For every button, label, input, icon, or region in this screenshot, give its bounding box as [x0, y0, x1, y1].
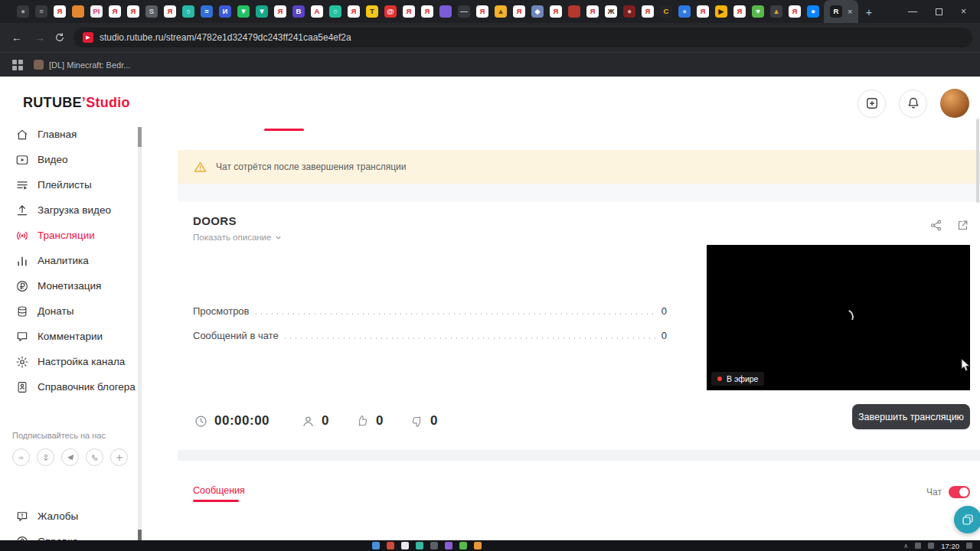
- browser-tab[interactable]: Я: [161, 0, 179, 23]
- chat-toggle[interactable]: [949, 486, 970, 498]
- browser-tab[interactable]: [565, 0, 583, 23]
- taskbar-app-icon[interactable]: [474, 542, 482, 549]
- support-chat-button[interactable]: [954, 506, 980, 533]
- tab-close-icon[interactable]: ×: [848, 8, 852, 16]
- browser-tab[interactable]: S: [142, 0, 161, 23]
- browser-tab[interactable]: Я: [547, 0, 565, 23]
- browser-tab[interactable]: C: [657, 0, 675, 23]
- sidebar-item-blogger-guide[interactable]: Справочник блогера: [0, 374, 138, 399]
- taskbar-app-icon[interactable]: [372, 542, 380, 549]
- browser-tab[interactable]: [436, 0, 455, 23]
- browser-tab[interactable]: ▼: [253, 0, 271, 23]
- notification-icon[interactable]: [966, 543, 972, 549]
- browser-tab[interactable]: A: [308, 0, 326, 23]
- browser-tab[interactable]: Я: [583, 0, 602, 23]
- browser-tab[interactable]: PI: [87, 0, 106, 23]
- browser-tab[interactable]: B: [289, 0, 308, 23]
- browser-tab[interactable]: ●: [14, 0, 32, 23]
- browser-tab[interactable]: Я: [418, 0, 436, 23]
- sidebar-item-donations[interactable]: Донаты: [0, 298, 138, 324]
- browser-tab[interactable]: [69, 0, 87, 23]
- browser-tab[interactable]: T: [363, 0, 381, 23]
- open-in-new-icon[interactable]: [956, 219, 969, 232]
- browser-tab[interactable]: ●: [675, 0, 694, 23]
- create-video-button[interactable]: [858, 90, 886, 118]
- window-close-button[interactable]: ×: [961, 6, 966, 17]
- browser-tab[interactable]: Я: [400, 0, 418, 23]
- end-stream-button[interactable]: Завершить трансляцию: [852, 404, 970, 429]
- browser-tab[interactable]: Я: [106, 0, 124, 23]
- browser-tab[interactable]: ◆: [528, 0, 547, 23]
- share-icon[interactable]: [929, 219, 942, 232]
- browser-tab[interactable]: ●: [804, 0, 822, 23]
- sidebar-item-videos[interactable]: Видео: [0, 147, 138, 172]
- browser-tab[interactable]: ≡: [32, 0, 51, 23]
- vk-icon[interactable]: vk: [12, 448, 30, 466]
- sidebar-item-streams[interactable]: Трансляции: [0, 223, 138, 248]
- browser-tab[interactable]: Я: [639, 0, 657, 23]
- taskbar-app-icon[interactable]: [430, 542, 438, 549]
- sidebar-scrollbar[interactable]: [138, 127, 142, 542]
- tiles-icon[interactable]: [12, 60, 23, 70]
- browser-tab[interactable]: Я: [345, 0, 363, 23]
- browser-tab[interactable]: ♥: [749, 0, 767, 23]
- browser-tab[interactable]: ●: [620, 0, 639, 23]
- browser-tab[interactable]: ▼: [234, 0, 253, 23]
- browser-tab[interactable]: Я: [473, 0, 492, 23]
- browser-tab[interactable]: ▶: [712, 0, 730, 23]
- browser-tab[interactable]: ≡: [198, 0, 216, 23]
- taskbar-app-icon[interactable]: [401, 542, 409, 549]
- back-icon[interactable]: ←: [8, 31, 26, 44]
- forward-icon[interactable]: →: [31, 31, 49, 44]
- tray-caret-icon[interactable]: ∧: [903, 543, 908, 549]
- browser-tab[interactable]: Я: [510, 0, 528, 23]
- browser-tab[interactable]: @: [381, 0, 400, 23]
- browser-tab[interactable]: Я: [124, 0, 142, 23]
- sidebar-item-monetization[interactable]: Монетизация: [0, 273, 138, 298]
- taskbar-clock[interactable]: 17:20: [941, 542, 959, 550]
- browser-tab[interactable]: Ж: [602, 0, 620, 23]
- sidebar-item-upload[interactable]: Загрузка видео: [0, 197, 138, 223]
- taskbar-app-icon[interactable]: [387, 542, 394, 549]
- browser-tab[interactable]: Я: [271, 0, 289, 23]
- browser-tab[interactable]: И: [216, 0, 234, 23]
- taskbar-app-icon[interactable]: [459, 542, 467, 549]
- sidebar-item-comments[interactable]: Комментарии: [0, 324, 138, 349]
- browser-tab[interactable]: —: [455, 0, 473, 23]
- reload-icon[interactable]: [54, 31, 66, 44]
- rutube-studio-logo[interactable]: RUTUBE’Studio: [23, 95, 130, 111]
- sidebar-item-channel-settings[interactable]: Настройка канала: [0, 349, 138, 374]
- sidebar-item-playlists[interactable]: Плейлисты: [0, 172, 138, 197]
- browser-tab[interactable]: ○: [179, 0, 198, 23]
- show-description-toggle[interactable]: Показать описание: [193, 233, 282, 242]
- browser-tab[interactable]: ○: [326, 0, 345, 23]
- page-scrollbar-thumb[interactable]: [976, 119, 979, 203]
- url-bar[interactable]: ▶ studio.rutube.ru/stream/4782e1d32479dc…: [74, 28, 972, 47]
- taskbar-app-icon[interactable]: [416, 542, 423, 549]
- sidebar-item-complaints[interactable]: Жалобы: [0, 504, 145, 529]
- avatar[interactable]: [940, 89, 969, 118]
- ok-icon[interactable]: [37, 448, 54, 466]
- scrollbar-thumb[interactable]: [138, 127, 142, 147]
- tray-icon[interactable]: [915, 543, 921, 549]
- tab-messages[interactable]: Сообщения: [193, 485, 245, 496]
- browser-tab[interactable]: ▲: [492, 0, 510, 23]
- tray-icon[interactable]: [928, 543, 934, 549]
- browser-tab[interactable]: ▲: [767, 0, 786, 23]
- taskbar-app-icon[interactable]: [445, 542, 452, 549]
- new-tab-button[interactable]: +: [858, 5, 879, 18]
- sidebar-item-analytics[interactable]: Аналитика: [0, 248, 138, 273]
- browser-tab[interactable]: Я: [694, 0, 712, 23]
- browser-tab[interactable]: Я: [51, 0, 69, 23]
- sidebar-item-home[interactable]: Главная: [0, 122, 138, 147]
- window-minimize-button[interactable]: —: [908, 6, 917, 17]
- telegram-icon[interactable]: [61, 448, 79, 466]
- browser-tab-active[interactable]: R ×: [824, 0, 858, 23]
- stream-player[interactable]: В эфире: [707, 245, 970, 390]
- notifications-button[interactable]: [899, 90, 927, 118]
- window-maximize-button[interactable]: [936, 8, 942, 15]
- more-social-icon[interactable]: [110, 448, 128, 466]
- browser-tab[interactable]: Я: [786, 0, 804, 23]
- viber-icon[interactable]: [86, 448, 103, 466]
- browser-tab[interactable]: Я: [730, 0, 749, 23]
